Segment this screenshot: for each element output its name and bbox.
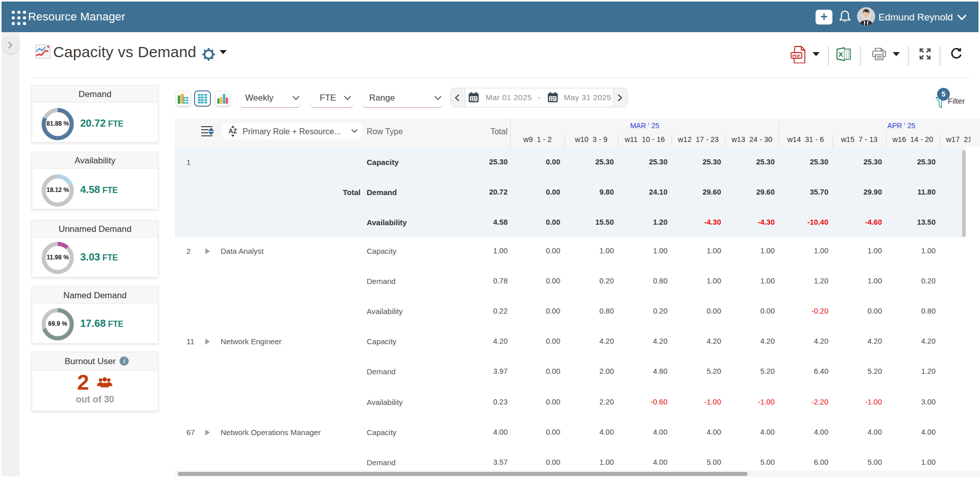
svg-text:AZ: AZ	[229, 128, 237, 135]
svg-text:PDF: PDF	[793, 54, 801, 58]
svg-text:X: X	[839, 51, 843, 58]
